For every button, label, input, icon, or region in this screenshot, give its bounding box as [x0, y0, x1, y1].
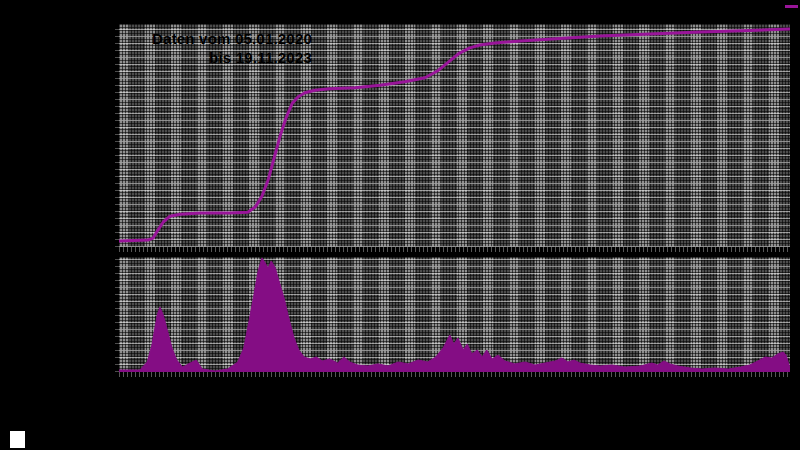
date-range-annotation: Daten vom 05.01.2020 bis 19.11.2023 — [140, 29, 312, 67]
x-axis-ticks-top-panel — [119, 247, 790, 252]
chart-canvas: Daten vom 05.01.2020 bis 19.11.2023 — [0, 0, 800, 450]
annotation-line-2: bis 19.11.2023 — [140, 48, 312, 67]
daily-bars-chart-panel — [119, 257, 790, 372]
y-axis-ticks-top-panel — [115, 24, 119, 247]
y-axis-ticks-bottom-panel — [115, 257, 119, 372]
annotation-line-1: Daten vom 05.01.2020 — [140, 29, 312, 48]
legend-line-sample-icon — [785, 5, 798, 8]
x-axis-ticks-bottom-panel — [119, 372, 790, 377]
daily-bars-svg — [119, 257, 790, 372]
corner-white-square — [10, 431, 25, 448]
